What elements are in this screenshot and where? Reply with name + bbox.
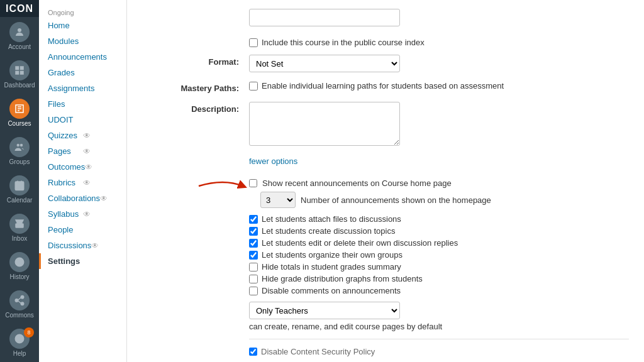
sidebar-item-udoit[interactable]: UDOIT	[39, 112, 126, 128]
show-announcements-label: Show recent announcements on Course home…	[262, 178, 452, 188]
rubrics-eye-icon: 👁	[83, 178, 118, 187]
sidebar-item-inbox[interactable]: Inbox	[0, 209, 39, 247]
sidebar-item-calendar[interactable]: Calendar	[0, 170, 39, 209]
checkbox-edit-replies: Let students edit or delete their own di…	[249, 238, 629, 248]
num-announcements-select[interactable]: 3	[260, 192, 296, 208]
sidebar-item-courses[interactable]: Courses	[0, 94, 39, 132]
own-groups-label: Let students organize their own groups	[262, 250, 402, 260]
hide-totals-label: Hide totals in student grades summary	[262, 262, 401, 272]
svg-rect-3	[15, 71, 19, 75]
course-index-label: Include this course in the public course…	[262, 38, 425, 47]
description-label: Description:	[142, 102, 249, 114]
app-logo: ICON	[0, 0, 39, 17]
disable-comments-checkbox[interactable]	[249, 287, 258, 295]
dashboard-icon	[9, 60, 30, 80]
show-announcements-checkbox[interactable]	[249, 179, 257, 187]
edit-replies-checkbox[interactable]	[249, 239, 258, 248]
checkbox-create-topics: Let students create discussion topics	[249, 226, 629, 236]
courses-label: Courses	[8, 120, 31, 127]
mastery-label: Mastery Paths:	[142, 81, 249, 93]
outcomes-eye-icon: 👁	[85, 163, 118, 172]
format-select[interactable]: Not Set	[249, 55, 400, 72]
hide-graphs-label: Hide grade distribution graphs from stud…	[262, 274, 423, 283]
account-label: Account	[8, 43, 31, 50]
num-announcements-label: Number of announcements shown on the hom…	[301, 195, 491, 205]
quizzes-eye-icon: 👁	[83, 131, 118, 140]
description-textarea[interactable]	[249, 102, 400, 146]
calendar-icon	[9, 175, 30, 195]
sidebar-item-dashboard[interactable]: Dashboard	[0, 55, 39, 94]
sidebar-item-collaborations[interactable]: Collaborations 👁	[39, 190, 126, 206]
course-index-row	[249, 9, 629, 30]
disable-comments-label: Disable comments on announcements	[262, 286, 401, 295]
sidebar-item-rubrics[interactable]: Rubrics 👁	[39, 175, 126, 190]
sidebar-item-outcomes[interactable]: Outcomes 👁	[39, 159, 126, 175]
pages-select[interactable]: Only Teachers Teachers and Students Anyo…	[249, 302, 400, 319]
svg-point-6	[20, 144, 23, 147]
sidebar-item-groups[interactable]: Groups	[0, 132, 39, 170]
attach-files-label: Let students attach files to discussions	[262, 214, 401, 224]
course-index-checkbox[interactable]	[249, 38, 258, 47]
syllabus-eye-icon: 👁	[83, 210, 118, 219]
sidebar-item-help[interactable]: ? 8 Help	[0, 324, 39, 362]
svg-text:?: ?	[18, 336, 22, 343]
pages-description: can create, rename, and edit course page…	[249, 322, 629, 331]
account-icon	[9, 22, 30, 42]
history-icon	[9, 252, 30, 272]
description-value	[249, 102, 629, 148]
svg-rect-11	[16, 224, 23, 228]
sidebar-item-home[interactable]: Home	[39, 18, 126, 33]
svg-point-5	[17, 144, 20, 147]
svg-rect-4	[20, 71, 24, 75]
hide-graphs-checkbox[interactable]	[249, 275, 258, 283]
sidebar-item-assignments[interactable]: Assignments	[39, 80, 126, 96]
mastery-checkbox[interactable]	[249, 82, 258, 90]
description-row: Description:	[142, 102, 629, 148]
sidebar-item-discussions[interactable]: Discussions 👁	[39, 238, 126, 253]
create-topics-checkbox[interactable]	[249, 227, 258, 236]
divider	[249, 339, 629, 339]
format-label: Format:	[142, 55, 249, 67]
show-announcements-row: Show recent announcements on Course home…	[249, 178, 629, 188]
csp-label: Disable Content Security Policy	[261, 347, 375, 356]
announcements-section: Show recent announcements on Course home…	[249, 178, 629, 208]
course-name-input[interactable]	[249, 9, 400, 26]
sidebar-item-syllabus[interactable]: Syllabus 👁	[39, 206, 126, 222]
attach-files-checkbox[interactable]	[249, 215, 258, 224]
sidebar-item-modules[interactable]: Modules	[39, 33, 126, 49]
svg-line-17	[18, 301, 21, 304]
commons-icon	[9, 290, 30, 310]
checkbox-attach-files: Let students attach files to discussions	[249, 214, 629, 224]
mastery-checkbox-row: Enable individual learning paths for stu…	[249, 81, 629, 90]
sidebar-item-history[interactable]: History	[0, 247, 39, 285]
sidebar-item-pages[interactable]: Pages 👁	[39, 143, 126, 159]
sidebar-item-account[interactable]: Account	[0, 17, 39, 55]
svg-point-13	[21, 296, 24, 299]
fewer-options-link[interactable]: fewer options	[249, 156, 297, 166]
help-badge: 8	[24, 327, 34, 337]
format-row: Format: Not Set	[142, 55, 629, 72]
main-content: Include this course in the public course…	[127, 0, 644, 362]
sidebar-item-quizzes[interactable]: Quizzes 👁	[39, 128, 126, 143]
csp-checkbox[interactable]	[249, 348, 257, 356]
own-groups-checkbox[interactable]	[249, 251, 258, 260]
sidebar-item-commons[interactable]: Commons	[0, 285, 39, 324]
fewer-options-container: fewer options	[249, 156, 629, 172]
sidebar-item-grades[interactable]: Grades	[39, 65, 126, 80]
red-arrow-annotation	[192, 177, 249, 195]
sidebar-item-announcements[interactable]: Announcements	[39, 49, 126, 65]
mastery-row: Mastery Paths: Enable individual learnin…	[142, 81, 629, 93]
svg-rect-2	[20, 66, 24, 70]
svg-point-0	[18, 28, 21, 32]
hide-totals-checkbox[interactable]	[249, 263, 258, 272]
sidebar-item-files[interactable]: Files	[39, 96, 126, 112]
calendar-label: Calendar	[7, 197, 33, 204]
checkbox-disable-comments: Disable comments on announcements	[249, 286, 629, 295]
num-announcements-row: 3 Number of announcements shown on the h…	[260, 192, 629, 208]
mastery-value: Enable individual learning paths for stu…	[249, 81, 629, 93]
svg-rect-7	[15, 182, 24, 190]
course-index-checkbox-row: Include this course in the public course…	[249, 38, 629, 47]
sidebar-item-people[interactable]: People	[39, 222, 126, 238]
sidebar-item-settings[interactable]: Settings	[39, 253, 126, 269]
svg-point-15	[21, 302, 24, 305]
